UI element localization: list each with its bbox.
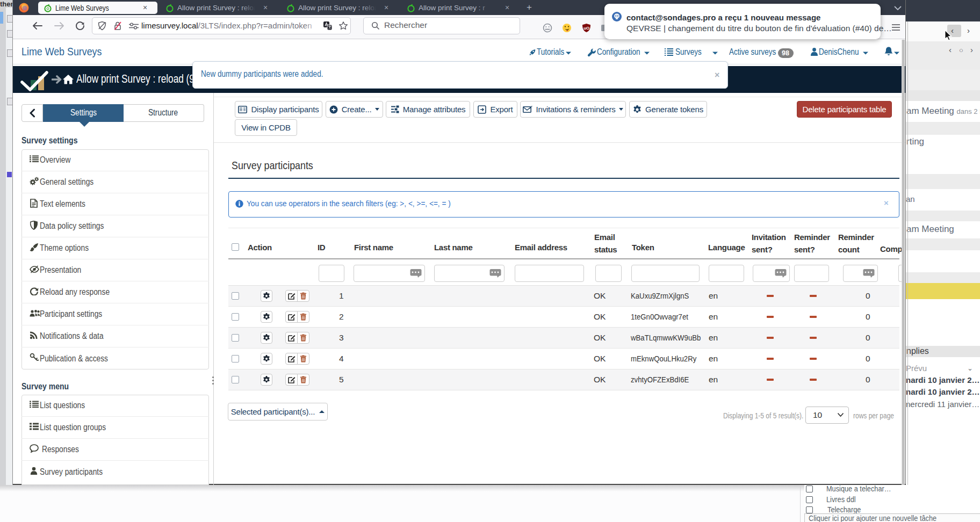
svg-text:uO: uO bbox=[583, 26, 589, 31]
